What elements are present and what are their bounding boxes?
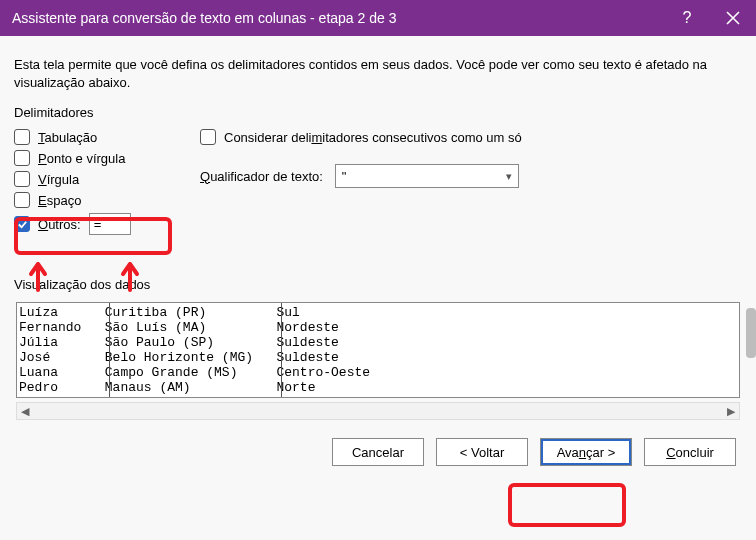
help-button[interactable]: ? — [664, 0, 710, 36]
vertical-scrollbar[interactable] — [746, 308, 756, 358]
text-qualifier-label: Qualificador de texto: — [200, 169, 323, 184]
column-separator — [281, 303, 282, 397]
checkbox-semicolon-row[interactable]: Ponto e vírgula — [14, 149, 174, 167]
cancel-button[interactable]: Cancelar — [332, 438, 424, 466]
checkbox-semicolon[interactable] — [14, 150, 30, 166]
other-delimiter-input[interactable] — [89, 213, 131, 235]
checkbox-tab-label: Tabulação — [38, 130, 97, 145]
checkbox-other-row[interactable]: Outros: — [14, 212, 174, 236]
annotation-highlight-next — [508, 483, 626, 527]
text-qualifier-value: " — [342, 169, 347, 184]
checkbox-other-label: Outros: — [38, 217, 81, 232]
preview-row: Pedro Manaus (AM) Norte — [19, 380, 737, 395]
preview-row: José Belo Horizonte (MG) Suldeste — [19, 350, 737, 365]
checkbox-space-row[interactable]: Espaço — [14, 191, 174, 209]
button-row: Cancelar < Voltar Avançar > Concluir — [14, 438, 742, 466]
column-separator — [109, 303, 110, 397]
checkbox-space-label: Espaço — [38, 193, 81, 208]
checkbox-tab[interactable] — [14, 129, 30, 145]
checkbox-consecutive[interactable] — [200, 129, 216, 145]
delimiters-group: Delimitadores Tabulação Ponto e vírgula … — [14, 105, 174, 239]
delimiters-heading: Delimitadores — [14, 105, 174, 120]
checkbox-space[interactable] — [14, 192, 30, 208]
next-button[interactable]: Avançar > — [540, 438, 632, 466]
checkbox-comma[interactable] — [14, 171, 30, 187]
back-button[interactable]: < Voltar — [436, 438, 528, 466]
preview-row: Júlia São Paulo (SP) Suldeste — [19, 335, 737, 350]
scroll-left-icon[interactable]: ◀ — [17, 405, 33, 418]
scroll-right-icon[interactable]: ▶ — [723, 405, 739, 418]
horizontal-scrollbar[interactable]: ◀ ▶ — [16, 402, 740, 420]
text-qualifier-select[interactable]: " ▾ — [335, 164, 519, 188]
titlebar: Assistente para conversão de texto em co… — [0, 0, 756, 36]
checkbox-semicolon-label: Ponto e vírgula — [38, 151, 125, 166]
dialog-body: Esta tela permite que você defina os del… — [0, 36, 756, 478]
preview-heading: Visualização dos dados — [14, 277, 742, 292]
description-text: Esta tela permite que você defina os del… — [14, 56, 742, 91]
checkbox-consecutive-row[interactable]: Considerar delimitadores consecutivos co… — [200, 128, 742, 146]
preview-row: Luíza Curitiba (PR) Sul — [19, 305, 737, 320]
check-icon — [17, 219, 28, 230]
data-preview: Luíza Curitiba (PR) SulFernando São Luís… — [16, 302, 740, 398]
options-group: Considerar delimitadores consecutivos co… — [200, 105, 742, 188]
chevron-down-icon: ▾ — [506, 170, 512, 183]
dialog-title: Assistente para conversão de texto em co… — [12, 10, 664, 26]
preview-row: Fernando São Luís (MA) Nordeste — [19, 320, 737, 335]
preview-row: Luana Campo Grande (MS) Centro-Oeste — [19, 365, 737, 380]
checkbox-tab-row[interactable]: Tabulação — [14, 128, 174, 146]
close-button[interactable] — [710, 0, 756, 36]
close-icon — [726, 11, 740, 25]
finish-button[interactable]: Concluir — [644, 438, 736, 466]
checkbox-comma-label: Vírgula — [38, 172, 79, 187]
checkbox-other[interactable] — [14, 216, 30, 232]
checkbox-consecutive-label: Considerar delimitadores consecutivos co… — [224, 130, 522, 145]
checkbox-comma-row[interactable]: Vírgula — [14, 170, 174, 188]
